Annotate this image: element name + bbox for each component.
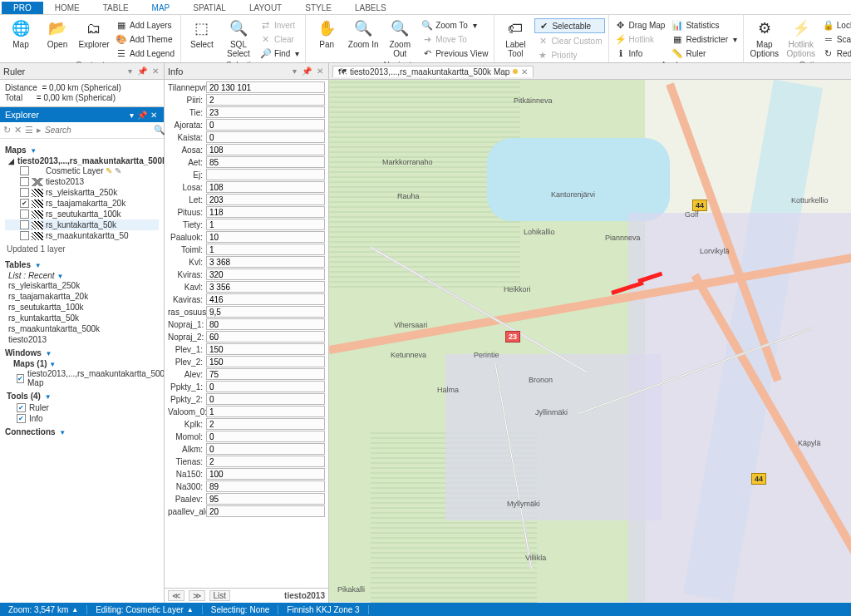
pan-button[interactable]: ✋Pan — [309, 17, 344, 60]
info-value-input[interactable] — [206, 368, 325, 380]
ruler-close-icon[interactable]: ✕ — [150, 67, 160, 76]
hotlink-button[interactable]: ⚡Hotlink — [612, 32, 668, 46]
list-recent[interactable]: List : Recent ▼ — [5, 271, 159, 280]
menu-tab-layout[interactable]: LAYOUT — [238, 2, 293, 14]
next-button[interactable]: ≫ — [189, 590, 205, 601]
open-button[interactable]: 📂Open — [40, 17, 75, 60]
info-value-input[interactable] — [206, 406, 325, 417]
info-value-input[interactable] — [206, 381, 325, 392]
edit2-icon[interactable]: ✎ — [115, 166, 121, 175]
map-button[interactable]: 🌐Map — [3, 17, 38, 60]
info-value-input[interactable] — [206, 293, 325, 305]
search-input[interactable] — [45, 126, 150, 135]
checkbox-icon[interactable]: ✔ — [17, 414, 26, 423]
menu-tab-table[interactable]: TABLE — [91, 2, 140, 14]
clear-custom-button[interactable]: ✕Clear Custom — [534, 34, 604, 47]
map-options-button[interactable]: ⚙Map Options — [747, 17, 782, 60]
info-value-input[interactable] — [206, 94, 325, 106]
layer-row[interactable]: rs_kuntakartta_50k — [5, 219, 159, 230]
layer-row[interactable]: ✔rs_taajamakartta_20k — [5, 198, 159, 209]
first-button[interactable]: ≪ — [168, 590, 184, 601]
selectable-button[interactable]: ✔Selectable — [534, 18, 604, 33]
add-legend-button[interactable]: ☰Add Legend — [113, 47, 177, 60]
sql-select-button[interactable]: 🔍SQL Select — [221, 17, 256, 60]
info-value-input[interactable] — [206, 194, 325, 205]
lock-scale-button[interactable]: 🔒Lock Scale — [820, 18, 851, 32]
info-value-input[interactable] — [206, 468, 325, 480]
info-button[interactable]: ℹInfo — [612, 47, 668, 60]
table-item[interactable]: rs_kuntakartta_50k — [5, 313, 159, 323]
checkbox-icon[interactable] — [20, 209, 29, 219]
info-value-input[interactable] — [206, 156, 325, 168]
checkbox-icon[interactable] — [20, 177, 29, 186]
info-value-input[interactable] — [206, 281, 325, 293]
info-value-input[interactable] — [206, 206, 325, 218]
checkbox-icon[interactable] — [20, 220, 29, 229]
previous-view-button[interactable]: ↶Previous View — [419, 47, 490, 60]
explorer-button[interactable]: 🗂Explorer — [76, 17, 111, 60]
info-value-input[interactable] — [206, 443, 325, 455]
add-theme-button[interactable]: 🎨Add Theme — [113, 32, 177, 46]
tree-toggle-icon[interactable]: ◢ — [8, 157, 14, 165]
info-value-input[interactable] — [206, 356, 325, 367]
explorer-close-icon[interactable]: ✕ — [149, 111, 159, 120]
priority-button[interactable]: ★Priority — [534, 48, 604, 62]
move-to-button[interactable]: ➜Move To — [419, 32, 490, 46]
info-value-input[interactable] — [206, 144, 325, 155]
info-value-input[interactable] — [206, 119, 325, 131]
edit-icon[interactable]: ✎ — [106, 166, 112, 175]
add-layers-button[interactable]: ▦Add Layers — [113, 18, 177, 32]
delete-icon[interactable]: ✕ — [14, 125, 22, 136]
info-value-input[interactable] — [206, 318, 325, 330]
tables-section[interactable]: Tables ▼ — [5, 260, 159, 269]
info-value-input[interactable] — [206, 456, 325, 467]
info-value-input[interactable] — [206, 81, 325, 93]
list-button[interactable]: List — [209, 590, 231, 601]
checkbox-icon[interactable] — [20, 188, 29, 197]
props-icon[interactable]: ☰ — [25, 125, 33, 136]
ruler-dropdown-icon[interactable]: ▾ — [126, 67, 134, 76]
menu-tab-spatial[interactable]: SPATIAL — [181, 2, 238, 14]
status-projection[interactable]: Finnish KKJ Zone 3 — [278, 605, 368, 614]
connections-section[interactable]: Connections ▼ — [5, 427, 159, 436]
status-selecting[interactable]: Selecting: None — [203, 605, 279, 614]
tool-ruler[interactable]: ✔Ruler — [5, 402, 159, 413]
ruler-pin-icon[interactable]: 📌 — [135, 67, 149, 76]
windows-section[interactable]: Windows ▼ — [5, 348, 159, 357]
menu-tab-pro[interactable]: PRO — [2, 2, 43, 14]
table-item[interactable]: rs_seutukartta_100k — [5, 302, 159, 313]
label-tool-button[interactable]: 🏷Label Tool — [498, 17, 533, 62]
menu-tab-home[interactable]: HOME — [43, 2, 91, 14]
checkbox-icon[interactable]: ✔ — [17, 403, 26, 412]
info-value-input[interactable] — [206, 480, 325, 492]
layer-row[interactable]: rs_yleiskartta_250k — [5, 187, 159, 198]
window-item[interactable]: ✔tiesto2013,...,rs_maakuntakartta_500k M… — [5, 368, 159, 388]
info-value-input[interactable] — [206, 431, 325, 442]
close-tab-icon[interactable]: ✕ — [521, 67, 528, 76]
table-item[interactable]: rs_yleiskartta_250k — [5, 280, 159, 291]
expand-icon[interactable]: ▸ — [37, 125, 42, 136]
tools-section[interactable]: Tools (4) ▼ — [5, 392, 159, 401]
checkbox-icon[interactable] — [20, 231, 29, 240]
map-tab[interactable]: 🗺 tiesto2013,...,rs_maakuntakartta_500k … — [332, 66, 534, 77]
search-icon[interactable]: 🔍 — [154, 125, 165, 136]
info-value-input[interactable] — [206, 306, 325, 318]
table-item[interactable]: rs_maakuntakartta_500k — [5, 323, 159, 334]
info-value-input[interactable] — [206, 244, 325, 255]
info-value-input[interactable] — [206, 418, 325, 430]
menu-tab-labels[interactable]: LABELS — [343, 2, 398, 14]
info-value-input[interactable] — [206, 331, 325, 342]
menu-tab-map[interactable]: MAP — [140, 2, 182, 14]
info-value-input[interactable] — [206, 219, 325, 230]
ruler-button[interactable]: 📏Ruler — [669, 47, 739, 60]
hotlink-options-button[interactable]: ⚡Hotlink Options — [784, 17, 819, 60]
info-value-input[interactable] — [206, 393, 325, 405]
info-value-input[interactable] — [206, 106, 325, 118]
redraw-button[interactable]: ↻Redraw — [820, 47, 851, 60]
info-value-input[interactable] — [206, 181, 325, 193]
refresh-icon[interactable]: ↻ — [3, 125, 11, 136]
info-value-input[interactable] — [206, 343, 325, 355]
info-pin-icon[interactable]: 📌 — [300, 67, 313, 76]
zoom-out-button[interactable]: 🔍Zoom Out — [382, 17, 417, 60]
layer-row[interactable]: Cosmetic Layer ✎ ✎ — [5, 165, 159, 176]
